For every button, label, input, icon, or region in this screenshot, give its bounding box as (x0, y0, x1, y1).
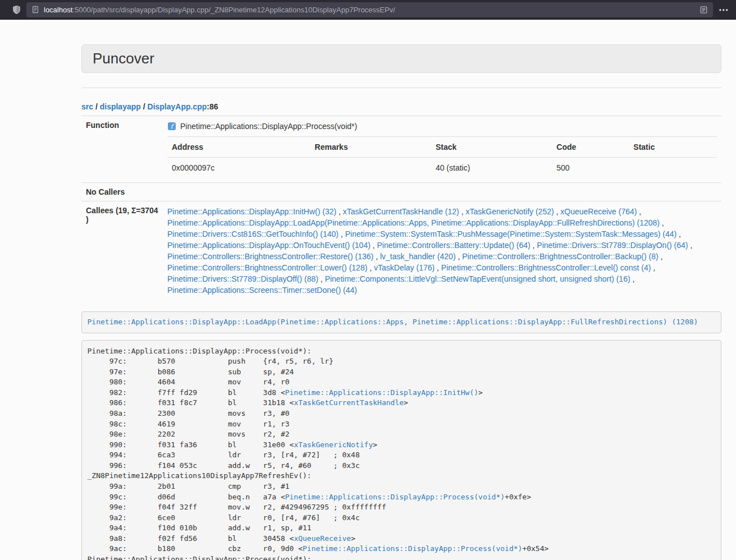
callee-link[interactable]: vTaskDelay (176) (374, 263, 435, 272)
stats-header-cell: Stack (431, 136, 552, 157)
callee-link[interactable]: Pinetime::Applications::DisplayApp::OnTo… (167, 241, 371, 250)
stats-value-cell: 0x0000097c (167, 157, 310, 178)
symbol-link-box: Pinetime::Applications::DisplayApp::Load… (81, 311, 721, 334)
reader-view-icon[interactable] (700, 6, 708, 14)
stats-header-cell: Address (167, 136, 310, 157)
url-bar[interactable]: localhost:5000/path/src/displayapp/Displ… (26, 2, 713, 17)
stats-header-cell: Static (629, 136, 717, 157)
breadcrumb: src / displayapp / DisplayApp.cpp:86 (81, 102, 721, 111)
function-row-label: Function (81, 116, 163, 182)
url-hostname: localhost (44, 6, 72, 14)
callers-row-label: No Callers (81, 182, 163, 201)
stats-header-row: AddressRemarksStackCodeStatic (167, 136, 717, 157)
callee-link[interactable]: Pinetime::Drivers::St7789::DisplayOff() … (167, 274, 318, 283)
stats-value-cell (310, 157, 431, 178)
url-path: :5000/path/src/displayapp/DisplayApp.cpp… (72, 6, 395, 14)
asm-symbol-link[interactable]: Pinetime::Applications::DisplayApp::Proc… (303, 544, 522, 553)
callee-link[interactable]: Pinetime::Drivers::St7789::DisplayOn() (… (537, 241, 688, 250)
stats-value-row: 0x0000097c40 (static)500 (167, 157, 717, 178)
function-icon: f (167, 122, 176, 131)
callee-link[interactable]: Pinetime::Drivers::Cst816S::GetTouchInfo… (167, 229, 339, 238)
callee-link[interactable]: Pinetime::Applications::DisplayApp::Init… (167, 207, 336, 216)
function-cell: f Pinetime::Applications::DisplayApp::Pr… (163, 116, 721, 182)
stats-value-cell: 500 (552, 157, 629, 178)
stats-value-cell: 40 (static) (431, 157, 552, 178)
callee-link[interactable]: lv_task_handler (420) (380, 252, 456, 261)
callee-link[interactable]: xTaskGenericNotify (252) (465, 207, 554, 216)
page-container: Puncover src / displayapp / DisplayApp.c… (81, 44, 721, 560)
table-row-callers: No Callers (81, 182, 721, 201)
callers-list (163, 182, 721, 201)
callee-link[interactable]: Pinetime::Controllers::BrightnessControl… (462, 252, 658, 261)
callee-link[interactable]: Pinetime::Controllers::Battery::Update()… (377, 241, 531, 250)
breadcrumb-line-number: :86 (207, 102, 218, 111)
browser-toolbar: localhost:5000/path/src/displayapp/Displ… (0, 0, 736, 20)
callee-link[interactable]: xQueueReceive (764) (560, 207, 637, 216)
breadcrumb-link[interactable]: displayapp (100, 102, 141, 111)
page-info-icon[interactable] (31, 6, 39, 13)
table-row-function: Function f Pinetime::Applications::Displ… (81, 116, 721, 182)
callee-link[interactable]: Pinetime::Controllers::BrightnessControl… (167, 263, 367, 272)
callee-link[interactable]: Pinetime::Controllers::BrightnessControl… (441, 263, 651, 272)
callees-list: Pinetime::Applications::DisplayApp::Init… (163, 201, 721, 300)
menu-icon[interactable]: ⋯ (719, 5, 729, 15)
asm-symbol-link[interactable]: Pinetime::Applications::DisplayApp::Init… (285, 388, 478, 397)
page-header: Puncover (81, 44, 721, 73)
symbol-link[interactable]: Pinetime::Applications::DisplayApp::Load… (88, 318, 698, 326)
asm-symbol-link[interactable]: xTaskGenericNotify (294, 440, 373, 449)
callee-link[interactable]: Pinetime::System::SystemTask::PushMessag… (345, 229, 677, 238)
breadcrumb-link[interactable]: DisplayApp.cpp (148, 102, 207, 111)
asm-symbol-link[interactable]: xQueueReceive (294, 534, 351, 543)
stats-value-cell (629, 157, 717, 178)
function-title: f Pinetime::Applications::DisplayApp::Pr… (167, 121, 717, 132)
url-text: localhost:5000/path/src/displayapp/Displ… (44, 6, 700, 14)
callee-link[interactable]: xTaskGetCurrentTaskHandle (12) (343, 207, 459, 216)
callee-link[interactable]: Pinetime::Applications::Screens::Timer::… (167, 286, 357, 295)
shield-icon[interactable] (12, 5, 21, 15)
asm-symbol-link[interactable]: xTaskGetCurrentTaskHandle (294, 398, 404, 407)
callee-link[interactable]: Pinetime::Components::LittleVgl::SetNewT… (325, 274, 630, 283)
breadcrumb-separator: / (93, 102, 100, 111)
stats-header-cell: Remarks (310, 136, 431, 157)
page-title: Puncover (93, 51, 710, 67)
stats-header-cell: Code (552, 136, 629, 157)
assembly-code: Pinetime::Applications::DisplayApp::Proc… (81, 340, 721, 560)
callee-link[interactable]: Pinetime::Applications::DisplayApp::Load… (167, 218, 660, 227)
function-name: Pinetime::Applications::DisplayApp::Proc… (180, 121, 357, 132)
breadcrumb-link[interactable]: src (81, 102, 93, 111)
divider (81, 88, 721, 88)
stats-table: AddressRemarksStackCodeStatic 0x0000097c… (167, 136, 717, 178)
callees-row-label: Callees (19, Σ=3704 ) (81, 201, 163, 300)
breadcrumb-separator: / (141, 102, 148, 111)
table-row-callees: Callees (19, Σ=3704 ) Pinetime::Applicat… (81, 201, 721, 300)
asm-symbol-link[interactable]: Pinetime::Applications::DisplayApp::Proc… (285, 493, 505, 501)
symbol-table: Function f Pinetime::Applications::Displ… (81, 116, 721, 300)
callee-link[interactable]: Pinetime::Controllers::BrightnessControl… (167, 252, 373, 261)
